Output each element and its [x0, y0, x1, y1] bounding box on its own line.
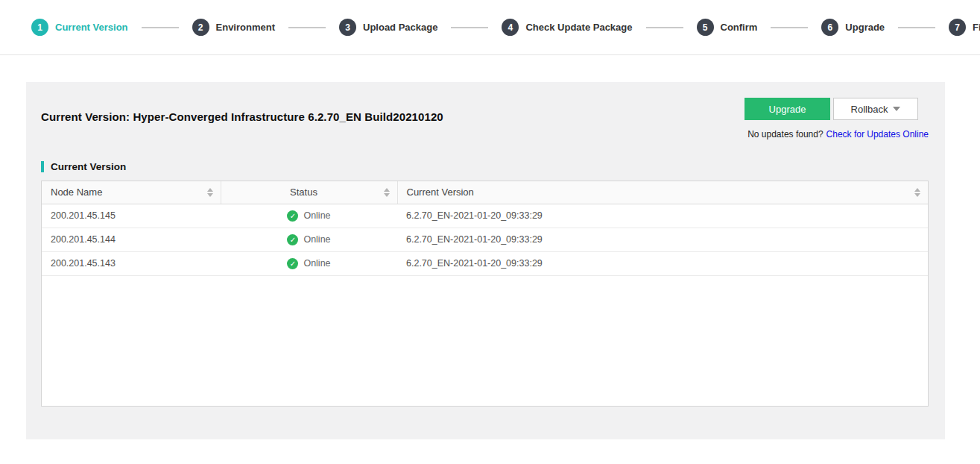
status-cell: Online: [221, 251, 397, 275]
step-confirm: 5 Confirm: [697, 19, 758, 36]
step-connector: [288, 27, 326, 28]
current-version-header-label: Current Version: [407, 186, 474, 198]
column-header-node-name[interactable]: Node Name: [42, 181, 221, 204]
status-label: Online: [303, 258, 330, 269]
rollback-label: Rollback: [851, 104, 888, 115]
step-3-badge: 3: [339, 19, 356, 36]
online-status-icon: [287, 210, 298, 222]
chevron-down-icon: [893, 107, 900, 111]
step-1-label: Current Version: [55, 22, 128, 33]
panel-header: Current Version: Hyper-Converged Infrast…: [41, 82, 929, 139]
status-cell: Online: [221, 228, 397, 251]
step-2-badge: 2: [192, 19, 209, 36]
node-name-cell: 200.201.45.144: [42, 228, 221, 251]
column-header-status[interactable]: Status: [221, 181, 397, 204]
step-connector: [646, 27, 683, 28]
table-row[interactable]: 200.201.45.143 Online 6.2.70_EN-2021-01-…: [42, 251, 928, 275]
status-label: Online: [303, 210, 330, 221]
node-name-cell: 200.201.45.145: [42, 204, 221, 228]
step-finish: 7 Finish: [949, 19, 980, 36]
status-label: Online: [303, 234, 330, 245]
step-connector: [142, 27, 179, 28]
current-version-panel: Current Version: Hyper-Converged Infrast…: [26, 82, 945, 439]
version-cell: 6.2.70_EN-2021-01-20_09:33:29: [397, 204, 928, 228]
step-6-badge: 6: [821, 19, 838, 36]
online-status-icon: [287, 258, 298, 269]
action-area: Upgrade Rollback No updates found? Check…: [745, 98, 929, 139]
step-4-label: Check Update Package: [525, 22, 632, 33]
button-row: Upgrade Rollback: [745, 98, 918, 120]
upgrade-button[interactable]: Upgrade: [745, 98, 830, 120]
step-4-badge: 4: [502, 19, 519, 36]
step-check-update-package: 4 Check Update Package: [502, 19, 632, 36]
sort-icon[interactable]: [207, 188, 213, 197]
step-5-label: Confirm: [721, 22, 758, 33]
wizard-stepper: 1 Current Version 2 Environment 3 Upload…: [0, 0, 980, 55]
step-current-version: 1 Current Version: [31, 19, 128, 36]
step-upload-package: 3 Upload Package: [339, 19, 437, 36]
page-title: Current Version: Hyper-Converged Infrast…: [41, 110, 443, 123]
section-header: Current Version: [41, 161, 929, 172]
section-accent-bar: [41, 161, 44, 172]
step-3-label: Upload Package: [363, 22, 437, 33]
table-row[interactable]: 200.201.45.145 Online 6.2.70_EN-2021-01-…: [42, 204, 928, 228]
step-6-label: Upgrade: [845, 22, 885, 33]
status-cell: Online: [221, 204, 397, 228]
step-connector: [898, 27, 935, 28]
step-connector: [771, 27, 808, 28]
node-name-cell: 200.201.45.143: [42, 251, 221, 275]
step-upgrade: 6 Upgrade: [821, 19, 885, 36]
sort-icon[interactable]: [384, 188, 390, 197]
step-7-label: Finish: [973, 22, 980, 33]
sort-icon[interactable]: [914, 188, 920, 197]
nodes-table: Node Name Status Current Version 200.201: [41, 181, 929, 407]
table-row[interactable]: 200.201.45.144 Online 6.2.70_EN-2021-01-…: [42, 228, 928, 251]
no-updates-text: No updates found?: [747, 129, 823, 139]
version-cell: 6.2.70_EN-2021-01-20_09:33:29: [397, 228, 928, 251]
step-5-badge: 5: [697, 19, 714, 36]
step-1-badge: 1: [31, 19, 48, 36]
version-cell: 6.2.70_EN-2021-01-20_09:33:29: [397, 251, 928, 275]
section-title: Current Version: [51, 161, 126, 172]
status-header-label: Status: [290, 186, 317, 198]
step-connector: [451, 27, 488, 28]
step-2-label: Environment: [216, 22, 275, 33]
online-status-icon: [287, 234, 298, 245]
table-header-row: Node Name Status Current Version: [42, 181, 928, 204]
update-hint: No updates found? Check for Updates Onli…: [747, 129, 929, 139]
column-header-current-version[interactable]: Current Version: [397, 181, 928, 204]
node-name-header-label: Node Name: [51, 186, 102, 198]
step-environment: 2 Environment: [192, 19, 275, 36]
step-7-badge: 7: [949, 19, 966, 36]
rollback-button[interactable]: Rollback: [833, 98, 918, 120]
check-updates-online-link[interactable]: Check for Updates Online: [826, 129, 929, 139]
